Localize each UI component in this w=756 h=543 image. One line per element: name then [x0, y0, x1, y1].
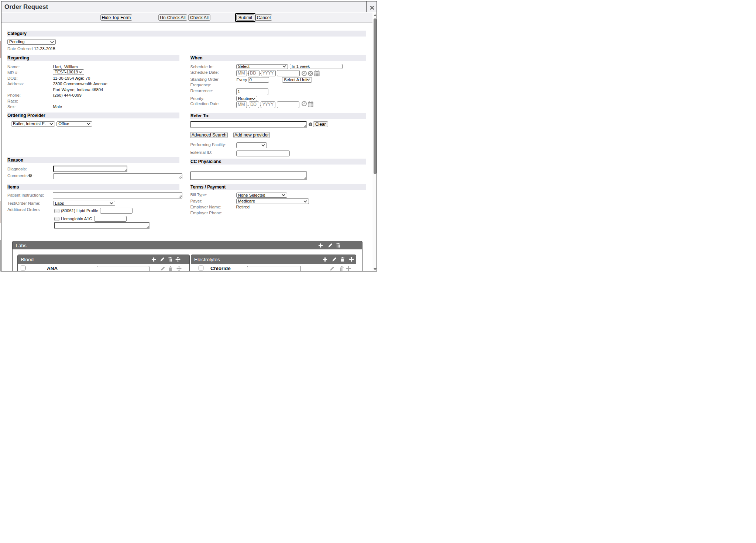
svg-text:?: ? [30, 174, 31, 177]
svg-text:?: ? [309, 123, 311, 126]
